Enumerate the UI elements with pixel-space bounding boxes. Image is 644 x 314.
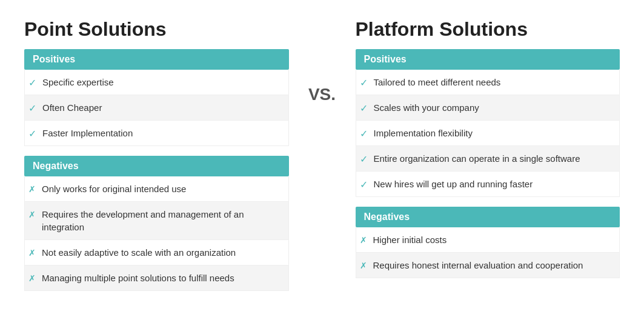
list-item: ✓Faster Implementation — [25, 121, 288, 145]
point-negatives-list: ✗Only works for original intended use✗Re… — [24, 176, 289, 291]
point-positives-section: Positives ✓Specific expertise✓Often Chea… — [24, 49, 289, 146]
platform-negatives-header: Negatives — [356, 207, 620, 227]
item-text: Managing multiple point solutions to ful… — [42, 272, 234, 284]
list-item: ✗Requires the development and management… — [25, 202, 288, 240]
list-item: ✓Specific expertise — [25, 70, 288, 95]
item-text: Not easily adaptive to scale with an org… — [42, 246, 236, 259]
checkmark-icon: ✓ — [28, 102, 36, 114]
item-text: Scales with your company — [374, 101, 479, 114]
cross-icon: ✗ — [28, 184, 36, 194]
checkmark-icon: ✓ — [360, 179, 368, 190]
platform-positives-section: Positives ✓Tailored to meet different ne… — [356, 49, 620, 197]
item-text: Specific expertise — [42, 76, 114, 89]
item-text: Only works for original intended use — [42, 182, 186, 195]
item-text: Requires the development and management … — [42, 208, 285, 233]
checkmark-icon: ✓ — [360, 153, 368, 165]
list-item: ✓Scales with your company — [356, 95, 620, 121]
point-solutions-title: Point Solutions — [24, 18, 289, 41]
platform-positives-header: Positives — [356, 49, 620, 70]
cross-icon: ✗ — [360, 235, 367, 245]
point-positives-header: Positives — [24, 49, 289, 70]
point-solutions-column: Point Solutions Positives ✓Specific expe… — [12, 12, 301, 307]
item-text: New hires will get up and running faster — [374, 178, 533, 190]
checkmark-icon: ✓ — [360, 102, 368, 114]
item-text: Tailored to meet different needs — [374, 76, 501, 89]
point-negatives-section: Negatives ✗Only works for original inten… — [24, 156, 289, 291]
cross-icon: ✗ — [28, 210, 36, 219]
list-item: ✗Not easily adaptive to scale with an or… — [25, 240, 288, 266]
vs-text: VS. — [308, 85, 336, 104]
list-item: ✓New hires will get up and running faste… — [356, 172, 620, 196]
platform-solutions-title: Platform Solutions — [356, 18, 620, 41]
list-item: ✓Often Cheaper — [25, 95, 288, 121]
point-positives-list: ✓Specific expertise✓Often Cheaper✓Faster… — [24, 70, 289, 146]
platform-solutions-column: Platform Solutions Positives ✓Tailored t… — [344, 12, 632, 294]
item-text: Implementation flexibility — [374, 127, 473, 139]
platform-negatives-section: Negatives ✗Higher initial costs✗Requires… — [356, 207, 620, 278]
platform-negatives-list: ✗Higher initial costs✗Requires honest in… — [356, 227, 620, 278]
item-text: Higher initial costs — [373, 233, 447, 246]
item-text: Entire organization can operate in a sin… — [374, 152, 580, 165]
platform-positives-list: ✓Tailored to meet different needs✓Scales… — [356, 70, 620, 197]
item-text: Often Cheaper — [42, 101, 102, 114]
cross-icon: ✗ — [28, 273, 36, 283]
checkmark-icon: ✓ — [28, 128, 36, 139]
point-negatives-header: Negatives — [24, 156, 289, 176]
list-item: ✗Requires honest internal evaluation and… — [356, 253, 620, 278]
vs-divider: VS. — [301, 12, 344, 104]
checkmark-icon: ✓ — [360, 77, 368, 89]
item-text: Faster Implementation — [42, 127, 133, 139]
cross-icon: ✗ — [360, 261, 367, 270]
main-container: Point Solutions Positives ✓Specific expe… — [12, 12, 632, 307]
checkmark-icon: ✓ — [28, 77, 36, 89]
cross-icon: ✗ — [28, 248, 36, 258]
list-item: ✗Higher initial costs — [356, 227, 620, 253]
checkmark-icon: ✓ — [360, 128, 368, 139]
item-text: Requires honest internal evaluation and … — [373, 259, 583, 272]
list-item: ✓Implementation flexibility — [356, 121, 620, 146]
list-item: ✓Entire organization can operate in a si… — [356, 146, 620, 172]
list-item: ✗Managing multiple point solutions to fu… — [25, 266, 288, 290]
list-item: ✗Only works for original intended use — [25, 176, 288, 202]
list-item: ✓Tailored to meet different needs — [356, 70, 620, 95]
